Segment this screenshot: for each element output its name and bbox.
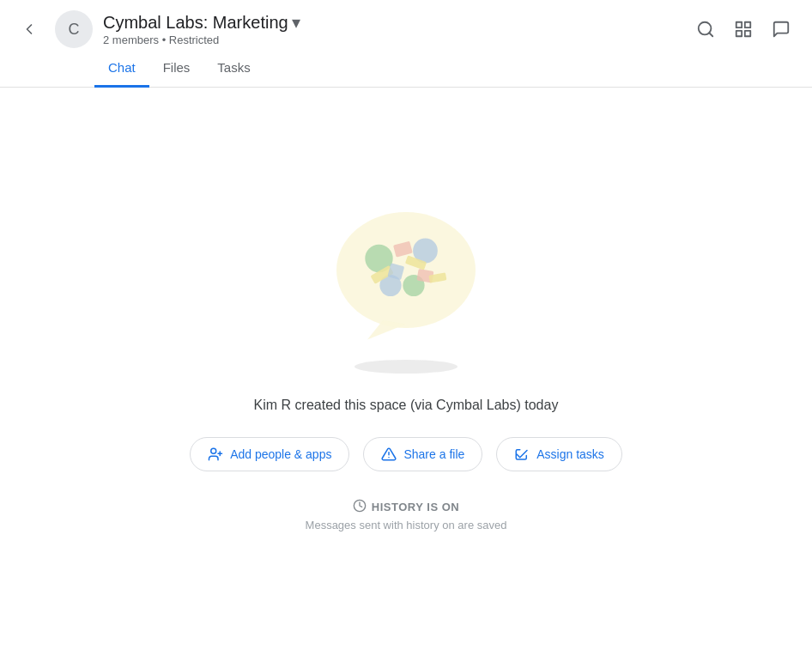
svg-rect-3: [745, 22, 750, 27]
svg-rect-5: [736, 31, 742, 36]
chat-illustration: [320, 197, 492, 351]
history-subtitle: Messages sent with history on are saved: [306, 519, 507, 531]
share-file-icon: [381, 446, 397, 462]
layout-icon: [734, 20, 753, 39]
search-button[interactable]: [688, 12, 723, 46]
history-title-text: HISTORY IS ON: [372, 501, 459, 513]
svg-point-6: [336, 212, 476, 328]
space-created-text: Kim R created this space (via Cymbal Lab…: [254, 398, 559, 413]
assign-tasks-icon: [514, 446, 530, 462]
add-people-label: Add people & apps: [230, 447, 331, 461]
history-section: HISTORY IS ON Messages sent with history…: [306, 499, 507, 531]
tabs-bar: Chat Files Tasks: [0, 52, 812, 88]
svg-rect-4: [745, 31, 750, 36]
svg-marker-7: [367, 320, 406, 340]
header-actions: [688, 12, 798, 46]
header-title[interactable]: Cymbal Labs: Marketing ▾: [103, 12, 678, 33]
share-file-button[interactable]: Share a file: [363, 437, 482, 471]
svg-point-18: [211, 448, 216, 453]
assign-tasks-label: Assign tasks: [536, 447, 604, 461]
main-content: Kim R created this space (via Cymbal Lab…: [0, 88, 812, 641]
share-file-label: Share a file: [403, 447, 464, 461]
header-subtitle: 2 members • Restricted: [103, 33, 678, 46]
add-person-icon: [208, 446, 223, 462]
search-icon: [696, 20, 715, 39]
history-clock-icon: [353, 499, 367, 515]
svg-line-1: [709, 33, 712, 36]
add-people-button[interactable]: Add people & apps: [190, 437, 349, 471]
chat-panel-button[interactable]: [764, 12, 798, 46]
tab-tasks[interactable]: Tasks: [203, 52, 264, 88]
action-buttons: Add people & apps Share a file Assign ta…: [190, 437, 622, 471]
assign-tasks-button[interactable]: Assign tasks: [496, 437, 622, 471]
history-title: HISTORY IS ON: [353, 499, 459, 515]
tab-chat[interactable]: Chat: [94, 52, 149, 88]
space-name: Cymbal Labs: Marketing: [103, 13, 288, 33]
header: C Cymbal Labs: Marketing ▾ 2 members • R…: [0, 0, 812, 48]
illustration-shadow: [354, 360, 458, 374]
chat-panel-icon: [772, 20, 791, 39]
chevron-down-icon: ▾: [292, 12, 300, 33]
header-info: Cymbal Labs: Marketing ▾ 2 members • Res…: [103, 12, 678, 46]
layout-button[interactable]: [726, 12, 760, 46]
avatar: C: [55, 10, 93, 48]
tab-files[interactable]: Files: [149, 52, 204, 88]
back-button[interactable]: [14, 14, 45, 45]
svg-rect-2: [736, 22, 742, 27]
